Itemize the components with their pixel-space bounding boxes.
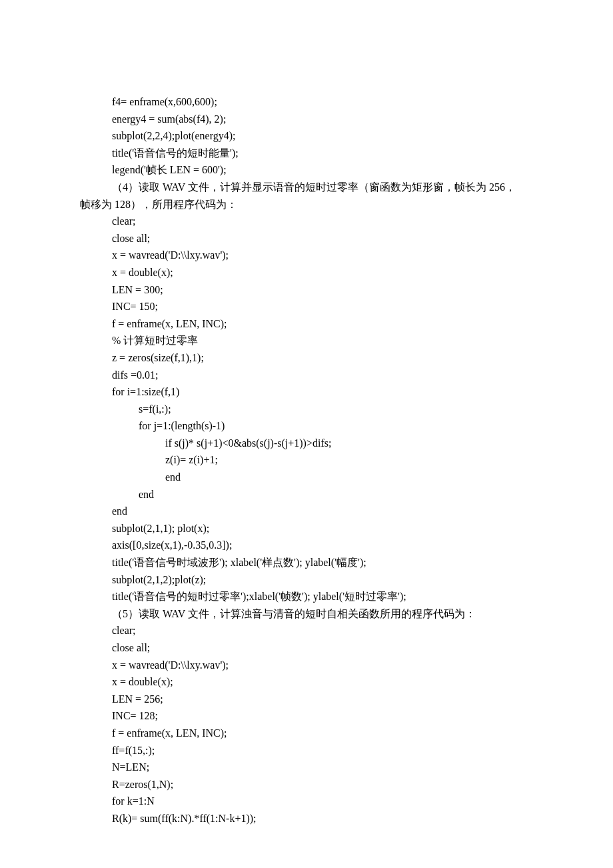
text-line: s=f(i,:); [80,401,533,418]
text-line: for k=1:N [80,793,533,810]
text-line: x = wavread('D:\\lxy.wav'); [80,247,533,264]
text-line: z(i)= z(i)+1; [80,451,533,469]
text-line: subplot(2,1,1); plot(x); [80,520,533,537]
text-line: LEN = 300; [80,281,533,299]
text-line: （4）读取 WAV 文件，计算并显示语音的短时过零率（窗函数为矩形窗，帧长为 2… [80,179,533,196]
text-line: close all; [80,639,533,657]
text-line: x = wavread('D:\\lxy.wav'); [80,657,533,674]
text-line: clear; [80,622,533,639]
text-line: energy4 = sum(abs(f4), 2); [80,111,533,128]
text-line: % 计算短时过零率 [80,332,533,349]
text-line: R(k)= sum(ff(k:N).*ff(1:N-k+1)); [80,810,533,827]
text-line: subplot(2,2,4);plot(energy4); [80,127,533,145]
text-line: close all; [80,230,533,247]
text-line: R=zeros(1,N); [80,776,533,793]
text-line: end [80,486,533,503]
text-line: （5）读取 WAV 文件，计算浊音与清音的短时自相关函数所用的程序代码为： [80,605,533,623]
text-line: for j=1:(length(s)-1) [80,417,533,435]
document-page: f4= enframe(x,600,600);energy4 = sum(abs… [0,0,613,868]
text-line: title('语音信号的短时能量'); [80,145,533,162]
text-line: f = enframe(x, LEN, INC); [80,725,533,742]
text-line: INC= 128; [80,707,533,725]
text-line: for i=1:size(f,1) [80,383,533,401]
text-line: INC= 150; [80,298,533,315]
text-line: 帧移为 128），所用程序代码为： [80,196,533,213]
text-line: clear; [80,213,533,230]
text-line: f4= enframe(x,600,600); [80,93,533,111]
text-line: x = double(x); [80,673,533,691]
text-line: legend('帧长 LEN = 600'); [80,161,533,179]
text-line: LEN = 256; [80,691,533,708]
text-line: ff=f(15,:); [80,742,533,759]
text-line: title('语音信号时域波形'); xlabel('样点数'); ylabel… [80,554,533,571]
text-line: end [80,469,533,486]
text-line: title('语音信号的短时过零率');xlabel('帧数'); ylabel… [80,588,533,605]
text-line: if s(j)* s(j+1)<0&abs(s(j)-s(j+1))>difs; [80,435,533,452]
text-line: subplot(2,1,2);plot(z); [80,571,533,589]
text-line: f = enframe(x, LEN, INC); [80,315,533,333]
text-line: z = zeros(size(f,1),1); [80,349,533,367]
text-line: N=LEN; [80,759,533,776]
text-line: x = double(x); [80,264,533,281]
text-line: axis([0,size(x,1),-0.35,0.3]); [80,537,533,554]
text-line: end [80,503,533,520]
text-line: difs =0.01; [80,367,533,384]
